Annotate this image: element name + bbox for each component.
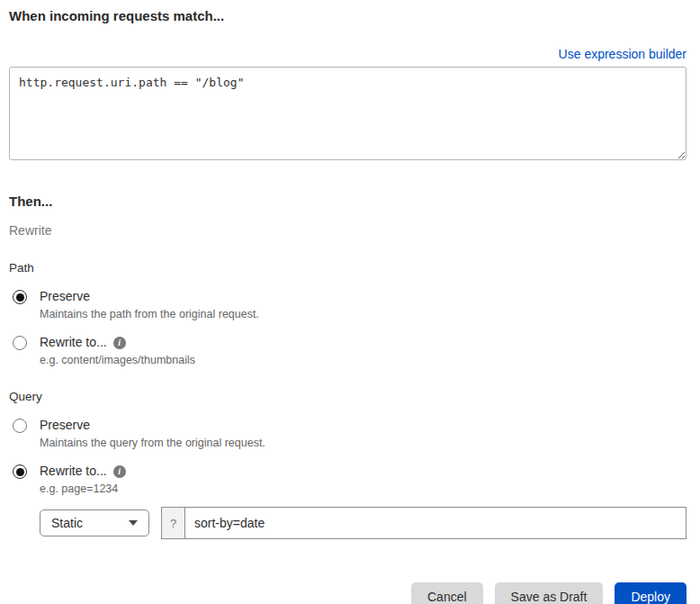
question-mark-prefix: ?: [162, 508, 185, 538]
then-heading: Then...: [9, 193, 687, 211]
value-type-select[interactable]: Static: [40, 509, 149, 536]
path-preserve-label[interactable]: Preserve: [40, 289, 90, 304]
query-rewrite-radio[interactable]: [13, 464, 27, 479]
query-preserve-radio[interactable]: [13, 419, 27, 433]
path-preserve-radio[interactable]: [13, 290, 27, 304]
path-rewrite-label[interactable]: Rewrite to...: [40, 335, 107, 350]
expression-editor-textarea[interactable]: http.request.uri.path == "/blog": [9, 67, 687, 160]
info-icon[interactable]: i: [113, 465, 126, 478]
value-type-selected-label: Static: [51, 516, 83, 530]
deploy-button[interactable]: Deploy: [615, 582, 687, 604]
info-icon[interactable]: i: [113, 337, 126, 349]
query-preserve-option: Preserve Maintains the query from the or…: [9, 418, 687, 450]
query-rewrite-option: Rewrite to... i e.g. page=1234: [9, 464, 687, 496]
query-value-input[interactable]: [185, 508, 686, 538]
use-expression-builder-link[interactable]: Use expression builder: [559, 47, 687, 62]
rewrite-rule-form: When incoming requests match... Use expr…: [0, 0, 700, 604]
footer-actions: Cancel Save as Draft Deploy: [9, 582, 687, 604]
query-value-input-group: ?: [161, 507, 687, 539]
query-preserve-label[interactable]: Preserve: [40, 418, 90, 433]
save-as-draft-button[interactable]: Save as Draft: [495, 582, 604, 604]
match-heading: When incoming requests match...: [9, 7, 687, 25]
path-preserve-description: Maintains the path from the original req…: [40, 308, 259, 321]
expression-builder-row: Use expression builder: [9, 47, 687, 62]
action-label: Rewrite: [9, 223, 687, 239]
path-group-label: Path: [9, 260, 687, 275]
chevron-down-icon: [129, 520, 138, 526]
path-preserve-option: Preserve Maintains the path from the ori…: [9, 289, 687, 321]
query-rewrite-description: e.g. page=1234: [40, 482, 126, 496]
query-group-label: Query: [9, 389, 687, 404]
path-rewrite-radio[interactable]: [13, 336, 27, 350]
path-rewrite-option: Rewrite to... i e.g. content/images/thum…: [9, 335, 687, 367]
query-rewrite-label[interactable]: Rewrite to...: [40, 464, 107, 479]
query-rewrite-value-row: Static ?: [40, 507, 687, 539]
path-rewrite-description: e.g. content/images/thumbnails: [40, 354, 195, 367]
query-preserve-description: Maintains the query from the original re…: [40, 437, 265, 450]
cancel-button[interactable]: Cancel: [411, 582, 483, 604]
